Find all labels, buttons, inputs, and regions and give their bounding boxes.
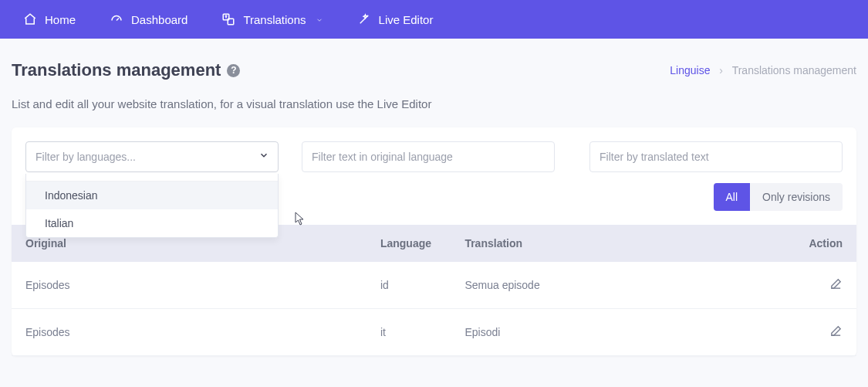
page-header: Translations management ? Linguise › Tra… bbox=[0, 39, 868, 80]
dropdown-divider bbox=[26, 174, 278, 182]
original-text-filter[interactable] bbox=[302, 141, 555, 172]
top-nav: Home Dashboard Translations Live Editor bbox=[0, 0, 868, 39]
gauge-icon bbox=[110, 12, 123, 26]
nav-live-editor-label: Live Editor bbox=[379, 13, 434, 26]
dropdown-option-indonesian[interactable]: Indonesian bbox=[26, 182, 278, 209]
nav-dashboard[interactable]: Dashboard bbox=[93, 0, 204, 39]
th-translation: Translation bbox=[451, 225, 789, 262]
cell-translation: Episodi bbox=[451, 309, 789, 356]
nav-live-editor[interactable]: Live Editor bbox=[340, 0, 451, 39]
content-card: Filter by languages... Indonesian Italia… bbox=[12, 127, 856, 356]
cell-translation: Semua episode bbox=[451, 262, 789, 309]
nav-home[interactable]: Home bbox=[6, 0, 93, 39]
language-dropdown: Indonesian Italian bbox=[25, 174, 279, 238]
home-icon bbox=[23, 12, 37, 26]
edit-icon[interactable] bbox=[829, 324, 843, 338]
translations-table: Original Language Translation Action Epi… bbox=[12, 225, 856, 356]
toggle-all[interactable]: All bbox=[714, 183, 751, 211]
nav-dashboard-label: Dashboard bbox=[131, 13, 187, 26]
page-subtitle: List and edit all your website translati… bbox=[0, 80, 868, 110]
help-icon[interactable]: ? bbox=[227, 64, 240, 77]
language-filter[interactable]: Filter by languages... Indonesian Italia… bbox=[25, 141, 279, 172]
cell-language: it bbox=[366, 309, 451, 356]
page-title: Translations management ? bbox=[12, 60, 240, 80]
chevron-down-icon bbox=[316, 13, 323, 26]
translate-icon bbox=[221, 12, 235, 26]
page-title-text: Translations management bbox=[12, 60, 221, 80]
table-row: Episodes it Episodi bbox=[12, 309, 856, 356]
language-filter-input[interactable]: Filter by languages... bbox=[25, 141, 279, 172]
cell-original: Episodes bbox=[12, 262, 366, 309]
cell-original: Episodes bbox=[12, 309, 366, 356]
cell-language: id bbox=[366, 262, 451, 309]
wand-icon bbox=[357, 12, 371, 26]
nav-translations-label: Translations bbox=[243, 13, 306, 26]
language-filter-placeholder: Filter by languages... bbox=[35, 151, 136, 163]
breadcrumb-separator: › bbox=[719, 64, 723, 76]
cell-action bbox=[789, 262, 856, 309]
nav-home-label: Home bbox=[45, 13, 76, 26]
table-row: Episodes id Semua episode bbox=[12, 262, 856, 309]
edit-icon[interactable] bbox=[829, 277, 843, 290]
th-action: Action bbox=[789, 225, 856, 262]
revision-toggle: All Only revisions bbox=[714, 183, 843, 211]
toggle-revisions[interactable]: Only revisions bbox=[750, 183, 843, 211]
filter-row: Filter by languages... Indonesian Italia… bbox=[12, 127, 856, 172]
breadcrumb: Linguise › Translations management bbox=[670, 64, 856, 76]
translated-text-filter[interactable] bbox=[589, 141, 843, 172]
nav-translations[interactable]: Translations bbox=[204, 0, 339, 39]
breadcrumb-root[interactable]: Linguise bbox=[670, 64, 710, 76]
cell-action bbox=[789, 309, 856, 356]
th-language: Language bbox=[366, 225, 451, 262]
breadcrumb-current: Translations management bbox=[732, 64, 856, 76]
dropdown-option-italian[interactable]: Italian bbox=[26, 209, 278, 237]
